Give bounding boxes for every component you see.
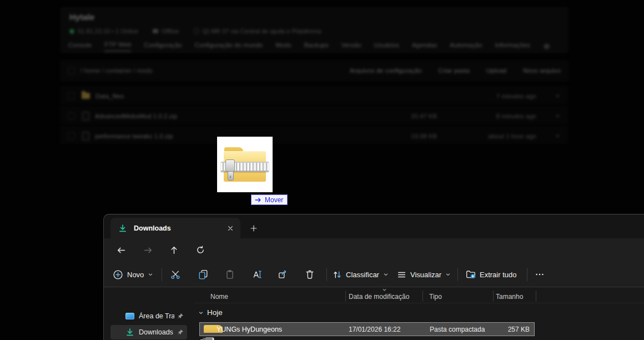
sidebar-item-label: Downloads — [139, 328, 173, 336]
delete-button[interactable] — [305, 269, 315, 279]
new-button[interactable]: Novo — [113, 268, 153, 281]
plus-icon — [250, 224, 258, 232]
refresh-icon — [196, 246, 205, 254]
group-label: Hoje — [207, 308, 223, 317]
chevron-down-icon — [383, 272, 389, 277]
sort-ascending-chevron-icon — [382, 287, 387, 292]
back-button[interactable] — [112, 241, 130, 259]
close-icon — [227, 225, 234, 232]
group-header-today[interactable]: Hoje — [198, 308, 223, 317]
column-header-size[interactable]: Tamanho — [496, 293, 523, 301]
column-header-type[interactable]: Tipo — [429, 293, 442, 301]
file-size: 257 KB — [508, 326, 530, 333]
forward-button[interactable] — [139, 241, 157, 259]
explorer-sidebar: Área de Traba Downloads — [104, 287, 194, 340]
explorer-address-row: Downloads — [104, 238, 644, 262]
sidebar-item-desktop[interactable]: Área de Traba — [110, 309, 187, 323]
column-header-name[interactable]: Nome — [210, 293, 228, 301]
sidebar-item-label: Área de Traba — [139, 312, 174, 320]
zipped-folder-icon — [224, 147, 266, 182]
arrow-up-icon — [169, 246, 179, 255]
trash-icon — [305, 269, 315, 279]
view-button[interactable]: Visualizar — [397, 268, 451, 281]
arrow-left-icon — [117, 246, 126, 255]
more-options-button[interactable] — [535, 269, 545, 279]
move-arrow-icon — [254, 196, 262, 204]
explorer-tabstrip: Downloads — [104, 214, 644, 238]
new-tab-button[interactable] — [247, 222, 260, 235]
view-list-icon — [397, 270, 406, 279]
chevron-down-icon — [198, 310, 204, 316]
file-type: Pasta compactada — [430, 326, 485, 333]
copy-icon — [198, 269, 208, 279]
file-explorer-window: Downloads — [103, 214, 644, 340]
drag-ghost-thumbnail — [217, 137, 273, 192]
paste-button[interactable] — [225, 269, 235, 279]
paste-icon — [225, 269, 235, 279]
file-modified-date: 17/01/2026 16:22 — [349, 326, 400, 333]
explorer-toolbar: Novo Cla — [104, 262, 644, 287]
desktop-screen: Hytale 51.81.23.10 • 1 Online Offline Q)… — [0, 0, 644, 340]
cut-button[interactable] — [170, 269, 180, 279]
sort-button-label: Classificar — [346, 271, 379, 279]
file-list-pane: Nome Data de modificação Tipo Tamanho Ho… — [194, 287, 644, 340]
sort-button[interactable]: Classificar — [333, 268, 389, 281]
extract-all-button[interactable]: Extrair tudo — [466, 268, 516, 281]
file-name: YUNGs HyDungeons — [217, 326, 282, 333]
share-icon — [278, 269, 288, 279]
sidebar-item-downloads[interactable]: Downloads — [110, 325, 187, 339]
sort-icon — [333, 270, 342, 279]
extract-zip-icon — [466, 269, 476, 279]
rename-icon — [252, 269, 262, 279]
zipped-folder-icon — [203, 325, 214, 334]
new-button-label: Novo — [127, 271, 144, 279]
chevron-down-icon — [445, 272, 451, 277]
next-file-icon-partial — [203, 338, 213, 340]
rename-button[interactable] — [252, 269, 262, 279]
downloads-icon — [125, 328, 134, 337]
downloads-icon — [118, 224, 127, 233]
desktop-icon — [125, 313, 134, 319]
chevron-down-icon — [148, 272, 153, 277]
up-button[interactable] — [165, 241, 183, 259]
copy-button[interactable] — [198, 269, 208, 279]
share-button[interactable] — [278, 269, 288, 279]
refresh-button[interactable] — [192, 241, 209, 259]
pin-icon — [177, 313, 184, 319]
scissors-icon — [170, 269, 180, 279]
arrow-right-icon — [143, 246, 153, 255]
drag-move-tooltip: Mover — [251, 194, 288, 205]
move-tooltip-label: Mover — [265, 196, 283, 204]
tab-close-button[interactable] — [224, 222, 237, 235]
extract-all-label: Extrair tudo — [480, 271, 516, 279]
column-header-date[interactable]: Data de modificação — [349, 293, 409, 301]
explorer-tab-downloads[interactable]: Downloads — [110, 218, 240, 238]
pin-icon — [177, 329, 184, 336]
ellipsis-icon — [535, 269, 545, 279]
explorer-content: Área de Traba Downloads Nome Data de mod… — [104, 287, 644, 340]
view-button-label: Visualizar — [410, 271, 441, 279]
tab-title: Downloads — [134, 224, 224, 232]
plus-circle-icon — [113, 269, 123, 280]
file-row-yungs-hydungeons[interactable]: YUNGs HyDungeons 17/01/2026 16:22 Pasta … — [199, 322, 535, 336]
